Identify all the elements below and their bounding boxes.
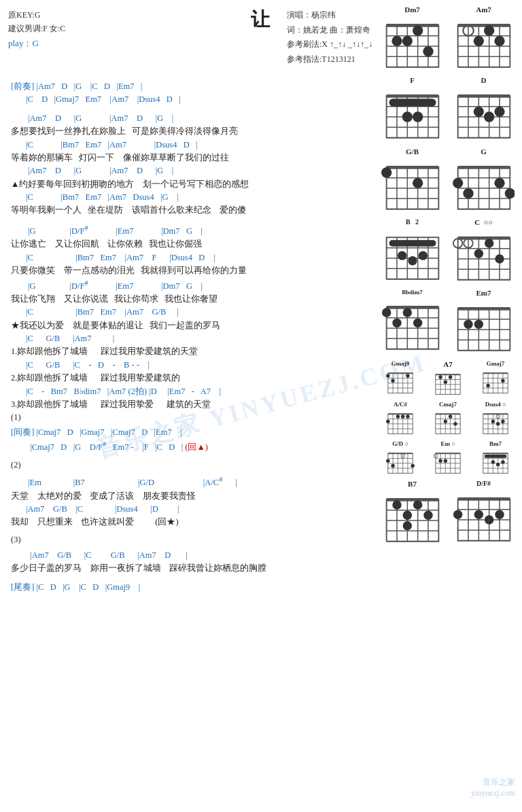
gd-chord-diagram bbox=[385, 448, 415, 476]
svg-point-65 bbox=[381, 167, 392, 177]
svg-point-121 bbox=[392, 319, 401, 328]
gb-chord-diagram bbox=[381, 157, 444, 214]
svg-point-52 bbox=[473, 107, 483, 117]
svg-point-156 bbox=[438, 375, 442, 378]
svg-point-106 bbox=[474, 249, 483, 258]
svg-point-244 bbox=[496, 463, 500, 466]
svg-point-120 bbox=[402, 308, 411, 317]
svg-point-259 bbox=[423, 510, 432, 519]
svg-point-218 bbox=[386, 459, 389, 462]
a7-chord-diagram bbox=[433, 370, 463, 397]
dsus4-chord-diagram bbox=[481, 409, 510, 436]
footer-watermark: 音乐之家yinyuezj.com bbox=[471, 777, 515, 798]
key-info: 原KEY:G bbox=[8, 8, 65, 22]
svg-point-168 bbox=[486, 383, 489, 387]
svg-point-192 bbox=[444, 419, 447, 423]
prelude-label: [前奏] bbox=[11, 82, 34, 91]
b7-chord-diagram bbox=[381, 489, 444, 546]
page: 音乐之家 YINYUEZJ.COM 让 原KEY:G 建议男调:F 女:C pl… bbox=[0, 0, 522, 812]
svg-point-205 bbox=[491, 419, 495, 423]
svg-point-193 bbox=[449, 414, 452, 418]
svg-point-157 bbox=[449, 375, 452, 378]
svg-point-133 bbox=[464, 320, 472, 329]
strum-pattern: 参考刷法:X ↑_↑↓ _↑↓↑_↓ bbox=[287, 37, 372, 52]
svg-point-12 bbox=[412, 25, 422, 35]
svg-point-180 bbox=[396, 414, 400, 418]
svg-point-11 bbox=[402, 36, 412, 46]
em-chord-diagram bbox=[433, 448, 463, 476]
svg-point-92 bbox=[408, 256, 417, 265]
suggest-info: 建议男调:F 女:C bbox=[8, 22, 65, 35]
dm7-chord-diagram bbox=[381, 15, 444, 72]
g-chord-diagram bbox=[453, 157, 515, 214]
svg-point-231 bbox=[438, 459, 442, 462]
svg-point-146 bbox=[391, 378, 394, 382]
svg-point-53 bbox=[483, 112, 493, 122]
svg-point-107 bbox=[484, 239, 493, 247]
svg-point-119 bbox=[381, 308, 390, 317]
svg-point-182 bbox=[406, 414, 409, 418]
prelude-section: [前奏] |Am7 D |G |C D |Em7 | |C D |Gmaj7 E… bbox=[11, 80, 368, 107]
svg-point-272 bbox=[474, 510, 483, 518]
ac#-chord-diagram bbox=[385, 409, 415, 436]
verse2-section: |Em |B7 |G/D |A/C# | 天堂 太绝对的爱 变成了活该 朋友要我… bbox=[11, 474, 368, 529]
meta-left: 原KEY:G 建议男调:F 女:C play：G bbox=[8, 8, 65, 51]
svg-point-93 bbox=[418, 251, 427, 260]
svg-point-77 bbox=[453, 177, 463, 188]
b-chord-diagram bbox=[381, 227, 444, 284]
verse1-section: |Am7 D |G |Am7 D |G | 多想要找到一丝挣扎在妳脸上 可是妳美… bbox=[11, 112, 368, 217]
svg-point-219 bbox=[391, 463, 394, 467]
svg-point-158 bbox=[444, 380, 447, 383]
svg-point-13 bbox=[423, 46, 433, 56]
svg-point-144 bbox=[386, 374, 389, 377]
svg-point-66 bbox=[412, 177, 422, 188]
f-chord-diagram bbox=[381, 86, 444, 143]
svg-point-122 bbox=[413, 319, 421, 328]
svg-point-134 bbox=[474, 320, 483, 329]
df#-chord-diagram bbox=[453, 489, 515, 546]
svg-rect-90 bbox=[389, 240, 436, 247]
svg-point-260 bbox=[402, 521, 411, 530]
svg-point-181 bbox=[401, 414, 404, 418]
em7-chord-diagram bbox=[453, 298, 515, 355]
svg-point-145 bbox=[406, 374, 409, 377]
svg-point-78 bbox=[463, 188, 473, 198]
svg-point-206 bbox=[496, 422, 500, 425]
svg-point-108 bbox=[495, 254, 504, 263]
svg-point-91 bbox=[397, 251, 406, 260]
outro-section: [尾奏] |C D |G |C D |Gmaj9 | bbox=[11, 581, 368, 594]
bm7-chord-diagram bbox=[481, 448, 510, 476]
am7-chord-diagram bbox=[453, 15, 515, 72]
svg-point-10 bbox=[392, 36, 402, 46]
singer: 演唱：杨宗纬 bbox=[287, 8, 372, 23]
svg-point-194 bbox=[453, 422, 457, 425]
svg-point-179 bbox=[386, 419, 389, 423]
svg-point-169 bbox=[501, 378, 504, 382]
svg-point-79 bbox=[494, 177, 504, 188]
c-chord-diagram bbox=[453, 228, 515, 285]
verse3-section: |Am7 G/B |C G/B |Am7 D | 多少日子盖的罗马 妳用一夜拆了… bbox=[11, 549, 368, 576]
svg-point-243 bbox=[491, 460, 495, 463]
svg-point-273 bbox=[484, 515, 493, 524]
fingering-pattern: 参考指法:T1213121 bbox=[287, 52, 372, 67]
interlude-section: [间奏] |Cmaj7 D |Gmaj7 |Cmaj7 D |Em7 | |Cm… bbox=[11, 426, 368, 455]
svg-point-207 bbox=[501, 419, 504, 423]
cmaj7-chord-diagram bbox=[433, 409, 463, 436]
svg-point-39 bbox=[402, 112, 412, 122]
gmaj9-chord-diagram bbox=[385, 368, 415, 395]
svg-point-274 bbox=[495, 510, 504, 518]
svg-point-54 bbox=[494, 107, 504, 117]
bbdim7-chord-diagram bbox=[381, 297, 444, 354]
svg-point-26 bbox=[473, 36, 483, 46]
svg-point-40 bbox=[412, 112, 422, 122]
svg-point-232 bbox=[444, 459, 447, 462]
svg-point-258 bbox=[402, 510, 411, 519]
svg-point-271 bbox=[453, 510, 462, 518]
gmaj7-chord-diagram bbox=[481, 368, 510, 395]
svg-point-80 bbox=[504, 188, 515, 198]
svg-point-25 bbox=[483, 25, 493, 35]
svg-rect-242 bbox=[485, 455, 507, 458]
chord-diagrams: Dm7 bbox=[377, 5, 519, 550]
chorus1-section: |G |D/F# |Em7 |Dm7 G | 让你逃亡 又让你回航 让你依赖 我… bbox=[11, 223, 368, 412]
outro-label: [尾奏] bbox=[11, 582, 34, 592]
